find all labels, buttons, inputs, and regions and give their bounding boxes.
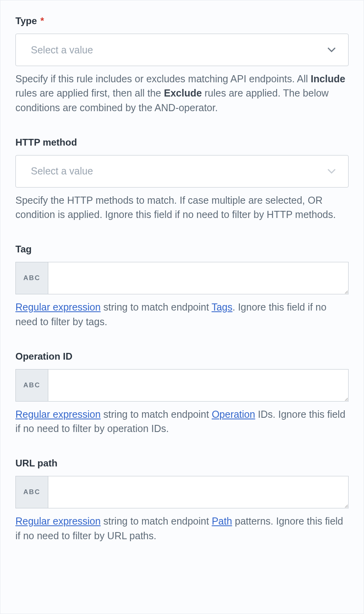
tags-link[interactable]: Tags <box>212 301 233 313</box>
regex-link[interactable]: Regular expression <box>15 301 100 313</box>
type-help: Specify if this rule includes or exclude… <box>15 72 349 115</box>
method-help: Specify the HTTP methods to match. If ca… <box>15 193 349 222</box>
chevron-down-icon <box>328 47 336 52</box>
field-tag: Tag ABC Regular expression string to mat… <box>15 244 349 329</box>
regex-link[interactable]: Regular expression <box>15 409 100 420</box>
type-select[interactable]: Select a value <box>15 34 349 66</box>
field-type: Type * Select a value Specify if this ru… <box>15 15 349 115</box>
method-select[interactable]: Select a value <box>15 155 349 188</box>
operation-link[interactable]: Operation <box>212 409 255 420</box>
path-input[interactable] <box>48 476 348 508</box>
type-select-placeholder: Select a value <box>31 44 93 56</box>
operation-help: Regular expression string to match endpo… <box>15 407 349 436</box>
method-select-placeholder: Select a value <box>31 165 93 177</box>
operation-input-group: ABC <box>15 369 349 402</box>
operation-label: Operation ID <box>15 351 349 362</box>
text-prefix-icon: ABC <box>16 262 48 294</box>
text-prefix-icon: ABC <box>16 370 48 401</box>
tag-input[interactable] <box>48 262 348 294</box>
method-label: HTTP method <box>15 137 349 148</box>
path-help: Regular expression string to match endpo… <box>15 514 349 543</box>
operation-input[interactable] <box>48 370 348 401</box>
regex-link[interactable]: Regular expression <box>15 515 100 527</box>
tag-help: Regular expression string to match endpo… <box>15 300 349 329</box>
path-label: URL path <box>15 458 349 469</box>
path-input-group: ABC <box>15 476 349 508</box>
tag-input-group: ABC <box>15 262 349 294</box>
field-operation-id: Operation ID ABC Regular expression stri… <box>15 351 349 436</box>
type-label-text: Type <box>15 15 37 26</box>
field-http-method: HTTP method Select a value Specify the H… <box>15 137 349 222</box>
path-link[interactable]: Path <box>212 515 232 527</box>
text-prefix-icon: ABC <box>16 476 48 508</box>
form-card: Type * Select a value Specify if this ru… <box>0 0 364 614</box>
chevron-down-icon <box>328 169 336 174</box>
field-url-path: URL path ABC Regular expression string t… <box>15 458 349 543</box>
tag-label: Tag <box>15 244 349 255</box>
required-indicator: * <box>40 15 44 26</box>
type-label: Type * <box>15 15 349 27</box>
